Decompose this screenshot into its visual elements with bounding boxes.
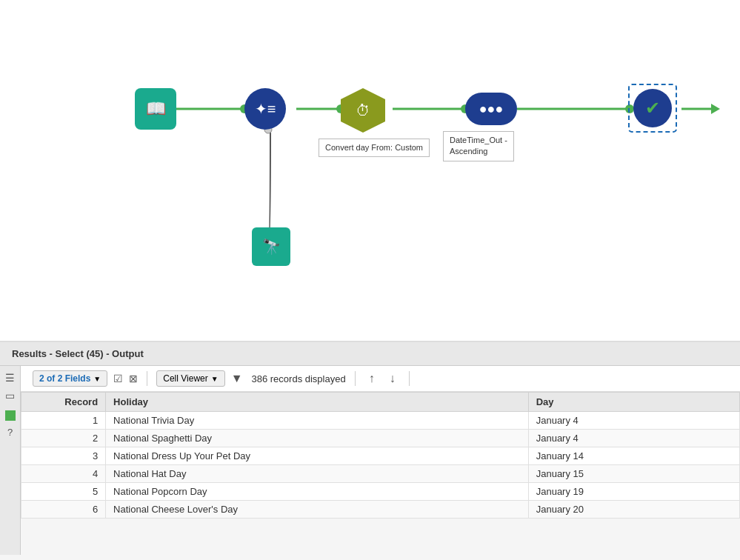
status-green-dot <box>5 410 16 421</box>
col-header-holiday: Holiday <box>106 393 529 412</box>
sort-icon: ●●● <box>479 101 504 117</box>
cell-record: 1 <box>21 412 106 430</box>
chevron-down-icon: ▼ <box>93 375 101 383</box>
select-icon: ✦≡ <box>255 100 276 118</box>
sort-up-button[interactable]: ↑ <box>364 370 379 387</box>
table-row: 2National Spaghetti DayJanuary 4 <box>21 430 740 447</box>
table-row: 1National Trivia DayJanuary 4 <box>21 412 740 430</box>
cell-holiday: National Cheese Lover's Day <box>106 501 529 519</box>
cell-record: 6 <box>21 501 106 519</box>
cell-day: January 14 <box>528 447 739 465</box>
list-icon[interactable]: ☰ <box>5 372 15 384</box>
table-body: 1National Trivia DayJanuary 42National S… <box>21 412 740 519</box>
results-sidebar: ☰ ▭ ? <box>0 366 21 555</box>
workflow-canvas: 📖 ✦≡ ⏱ Convert day From: Custom ●●● Date… <box>0 0 740 341</box>
svg-marker-9 <box>711 104 720 114</box>
help-icon[interactable]: ? <box>7 427 13 438</box>
divider-1 <box>147 371 147 386</box>
cell-holiday: National Hat Day <box>106 465 529 483</box>
book-icon: 📖 <box>146 99 166 119</box>
results-detail: - Select (45) - Output <box>50 348 144 359</box>
col-header-record: Record <box>21 393 106 412</box>
divider-2 <box>355 371 356 386</box>
table-icon[interactable]: ▭ <box>5 390 15 401</box>
col-header-day: Day <box>528 393 739 412</box>
check-icon[interactable]: ☑ <box>113 373 123 384</box>
cell-record: 4 <box>21 465 106 483</box>
table-row: 6National Cheese Lover's DayJanuary 20 <box>21 501 740 519</box>
results-toolbar: 2 of 2 Fields ▼ ☑ ⊠ Cell Viewer ▼ ▼ 386 … <box>21 366 740 392</box>
datetime-node[interactable]: ⏱ Convert day From: Custom <box>341 88 385 133</box>
datetime-icon: ⏱ <box>356 102 370 119</box>
browse-node[interactable]: 🔭 <box>252 227 290 266</box>
results-table-container: Record Holiday Day 1National Trivia DayJ… <box>21 392 740 555</box>
table-row: 4National Hat DayJanuary 15 <box>21 465 740 483</box>
sort-down-button[interactable]: ↓ <box>385 370 400 387</box>
input-node[interactable]: 📖 <box>135 88 176 130</box>
cell-day: January 4 <box>528 412 739 430</box>
results-table: Record Holiday Day 1National Trivia DayJ… <box>21 392 740 519</box>
results-panel: Results - Select (45) - Output ☰ ▭ ? 2 o… <box>0 341 740 560</box>
table-row: 5National Popcorn DayJanuary 19 <box>21 483 740 501</box>
table-row: 3National Dress Up Your Pet DayJanuary 1… <box>21 447 740 465</box>
cell-day: January 19 <box>528 483 739 501</box>
cell-holiday: National Spaghetti Day <box>106 430 529 447</box>
x-icon[interactable]: ⊠ <box>129 373 138 384</box>
workflow-connections <box>0 0 740 341</box>
cell-record: 5 <box>21 483 106 501</box>
cell-record: 2 <box>21 430 106 447</box>
records-info: 386 records displayed <box>251 373 345 384</box>
output-icon: ✔ <box>645 98 660 119</box>
cell-record: 3 <box>21 447 106 465</box>
sort-label: DateTime_Out -Ascending <box>443 131 514 161</box>
cell-viewer-button[interactable]: Cell Viewer ▼ <box>156 370 224 387</box>
results-label: Results <box>12 348 47 359</box>
cell-holiday: National Popcorn Day <box>106 483 529 501</box>
datetime-label: Convert day From: Custom <box>319 139 430 157</box>
sort-node[interactable]: ●●● DateTime_Out -Ascending <box>465 93 517 125</box>
filter-icon[interactable]: ▼ <box>231 372 243 385</box>
divider-3 <box>409 371 410 386</box>
results-header: Results - Select (45) - Output <box>0 342 740 366</box>
cell-day: January 4 <box>528 430 739 447</box>
cell-holiday: National Trivia Day <box>106 412 529 430</box>
browse-icon: 🔭 <box>262 238 281 256</box>
cell-day: January 15 <box>528 465 739 483</box>
select-node[interactable]: ✦≡ <box>244 88 286 130</box>
fields-selector-button[interactable]: 2 of 2 Fields ▼ <box>33 370 107 387</box>
fields-label: 2 of 2 Fields <box>39 373 90 384</box>
output-node[interactable]: ✔ <box>628 84 677 133</box>
cell-holiday: National Dress Up Your Pet Day <box>106 447 529 465</box>
cell-day: January 20 <box>528 501 739 519</box>
cell-viewer-label: Cell Viewer <box>163 373 207 384</box>
chevron-down-icon-2: ▼ <box>211 375 219 383</box>
